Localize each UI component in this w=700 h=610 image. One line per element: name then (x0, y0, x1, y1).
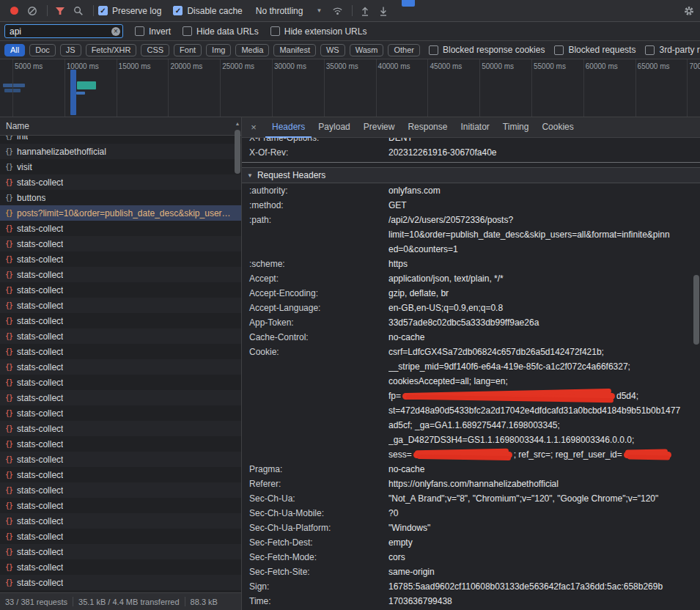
timeline-gridline (376, 59, 377, 117)
request-row[interactable]: {}stats-collect (0, 575, 241, 590)
request-row[interactable]: {}stats-collect (0, 344, 241, 359)
details-scrollbar[interactable] (693, 138, 700, 610)
request-row[interactable]: {}stats-collect (0, 174, 241, 190)
tab-cookies[interactable]: Cookies (535, 117, 580, 138)
request-row[interactable]: {}stats-collect (0, 405, 241, 421)
timeline-overview[interactable]: 5000 ms10000 ms15000 ms20000 ms25000 ms3… (0, 59, 700, 117)
filter-toggle-button[interactable] (52, 3, 68, 19)
request-row[interactable]: {}stats-collect (0, 467, 241, 482)
header-name: :scheme: (249, 257, 388, 271)
tab-preview[interactable]: Preview (357, 117, 402, 138)
type-filter-font[interactable]: Font (174, 44, 202, 56)
header-row: Pragma:no-cache (242, 462, 700, 477)
checkbox-unchecked-icon[interactable] (429, 45, 438, 55)
toolbar-divider (47, 5, 48, 16)
request-row[interactable]: {}stats-collect (0, 359, 241, 375)
throttling-dropdown[interactable]: No throttling ▼ (256, 6, 323, 16)
type-filter-media[interactable]: Media (235, 44, 269, 56)
type-filter-js[interactable]: JS (60, 44, 81, 56)
import-har-button[interactable] (357, 3, 373, 19)
tab-timing[interactable]: Timing (496, 117, 536, 138)
tab-initiator[interactable]: Initiator (454, 117, 495, 138)
hide-data-urls-checkbox[interactable]: Hide data URLs (183, 26, 259, 37)
checkbox-unchecked-icon[interactable] (135, 26, 144, 36)
filter-input[interactable] (4, 24, 123, 38)
third-party-requests-checkbox[interactable]: 3rd-party requests (645, 45, 700, 55)
request-row[interactable]: {}stats-collect (0, 482, 241, 498)
network-toolbar: ✓Preserve log ✓Disable cache No throttli… (0, 0, 700, 22)
tab-payload[interactable]: Payload (312, 117, 356, 138)
type-filter-ws[interactable]: WS (320, 44, 345, 56)
disable-cache-checkbox[interactable]: ✓Disable cache (173, 6, 242, 16)
record-button[interactable] (6, 3, 22, 19)
request-headers-section-header[interactable]: ▼ Request Headers (242, 167, 700, 183)
type-filter-img[interactable]: Img (206, 44, 231, 56)
clear-filter-icon[interactable]: × (111, 27, 120, 36)
request-row[interactable]: {}stats-collect (0, 390, 241, 405)
request-row[interactable]: {}stats-collect (0, 421, 241, 436)
request-row[interactable]: {}stats-collect (0, 559, 241, 575)
hide-extension-urls-checkbox[interactable]: Hide extension URLs (270, 26, 367, 37)
request-row[interactable]: {}visit (0, 159, 241, 174)
request-row[interactable]: {}stats-collect (0, 282, 241, 298)
request-row[interactable]: {}stats-collect (0, 498, 241, 513)
request-row[interactable]: {}stats-collect (0, 529, 241, 544)
request-row[interactable]: {}stats-collect (0, 313, 241, 328)
preserve-log-checkbox[interactable]: ✓Preserve log (98, 6, 161, 16)
header-row: Sec-Fetch-Site:same-origin (242, 565, 700, 579)
type-filter-fetch-xhr[interactable]: Fetch/XHR (86, 44, 137, 56)
type-filter-other[interactable]: Other (388, 44, 420, 56)
request-row[interactable]: {}stats-collect (0, 436, 241, 452)
checkbox-checked-icon[interactable]: ✓ (98, 6, 108, 15)
json-braces-icon: {} (5, 578, 12, 587)
request-row[interactable]: {}stats-collect (0, 328, 241, 344)
scrollbar-thumb[interactable] (693, 275, 699, 345)
type-filter-all[interactable]: All (4, 44, 25, 56)
request-row[interactable]: {}init (0, 136, 241, 144)
type-filter-doc[interactable]: Doc (29, 44, 56, 56)
search-button[interactable] (70, 3, 86, 19)
tab-headers[interactable]: Headers (265, 117, 312, 138)
network-conditions-button[interactable] (329, 3, 345, 19)
checkbox-unchecked-icon[interactable] (270, 26, 280, 36)
request-name: stats-collect (17, 532, 63, 542)
request-row[interactable]: {}stats-collect (0, 236, 241, 251)
request-row[interactable]: {}stats-collect (0, 267, 241, 282)
request-row[interactable]: {}buttons (0, 190, 241, 205)
request-row[interactable]: {}stats-collect (0, 452, 241, 467)
invert-checkbox[interactable]: Invert (135, 26, 171, 37)
type-filter-wasm[interactable]: Wasm (350, 44, 384, 56)
request-row[interactable]: {}stats-collect (0, 221, 241, 236)
type-filter-css[interactable]: CSS (141, 44, 169, 56)
checkbox-unchecked-icon[interactable] (183, 26, 192, 36)
request-name: stats-collect (17, 578, 63, 588)
export-har-button[interactable] (375, 3, 391, 19)
checkbox-checked-icon[interactable]: ✓ (173, 6, 183, 15)
name-column-header[interactable]: Name (0, 117, 241, 136)
scroll-up-icon[interactable]: ▲ (234, 121, 241, 126)
type-filter-manifest[interactable]: Manifest (273, 44, 316, 56)
tab-response[interactable]: Response (401, 117, 454, 138)
blocked-response-cookies-checkbox[interactable]: Blocked response cookies (429, 45, 545, 55)
settings-button[interactable] (683, 5, 695, 17)
request-row[interactable]: {}stats-collect (0, 375, 241, 390)
request-row[interactable]: {}stats-collect (0, 251, 241, 267)
json-braces-icon: {} (5, 378, 12, 386)
header-row: Sign:16785:5aad9602cf110608b03133de56364… (242, 579, 700, 594)
blocked-requests-checkbox[interactable]: Blocked requests (554, 45, 635, 55)
throttling-label: No throttling (256, 6, 303, 16)
timeline-tick-label: 40000 ms (378, 62, 410, 70)
close-details-button[interactable]: × (248, 122, 259, 133)
scrollbar-thumb[interactable] (235, 130, 240, 174)
header-value: /api2/v2/users/20572336/posts?limit=10&o… (388, 213, 700, 257)
request-row[interactable]: {}stats-collect (0, 513, 241, 529)
clear-button[interactable] (24, 3, 40, 19)
checkbox-unchecked-icon[interactable] (554, 45, 564, 55)
header-row: Sec-Ch-Ua:"Not_A Brand";v="8", "Chromium… (242, 491, 700, 506)
request-row[interactable]: {}stats-collect (0, 298, 241, 313)
request-row[interactable]: {}stats-collect (0, 544, 241, 559)
request-list-scrollbar[interactable]: ▲ (234, 120, 241, 591)
request-row[interactable]: {}hannahelizabethofficial (0, 144, 241, 159)
request-row[interactable]: {}posts?limit=10&order=publish_date_desc… (0, 205, 241, 221)
checkbox-unchecked-icon[interactable] (645, 45, 655, 55)
